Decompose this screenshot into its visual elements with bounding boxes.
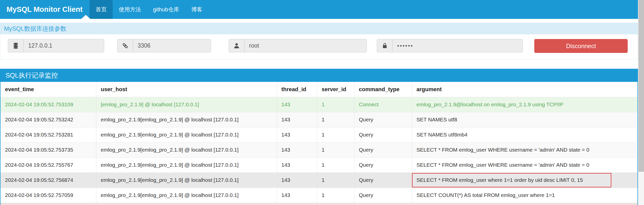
cell-server-id: 1: [317, 157, 354, 173]
connection-panel-title: MySQL数据库连接参数: [0, 23, 638, 34]
cell-event-time: 2024-02-04 19:05:52.755767: [1, 157, 96, 173]
thread-id-value: 143: [281, 132, 290, 138]
nav-item-usage[interactable]: 使用方法: [113, 0, 147, 19]
col-header-thread-id: thread_id: [277, 82, 317, 97]
argument-value: SELECT * FROM emlog_user WHERE username …: [417, 162, 589, 168]
lock-icon: [377, 39, 393, 52]
username-input[interactable]: [245, 39, 367, 52]
connection-panel: MySQL数据库连接参数: [0, 23, 638, 60]
command-type-value: Query: [359, 117, 373, 122]
disconnect-button[interactable]: Disconnect: [534, 39, 628, 53]
user-host-value: emlog_pro_2.1.9[emlog_pro_2.1.9] @ local…: [101, 177, 239, 183]
link-icon: [117, 39, 133, 52]
app-brand[interactable]: MySQL Monitor Client: [0, 0, 90, 19]
port-input-group: [117, 39, 211, 52]
cell-user-host: emlog_pro_2.1.9[emlog_pro_2.1.9] @ local…: [96, 127, 277, 142]
table-body: 2024-02-04 19:05:52.753109 [emlog_pro_2.…: [1, 97, 637, 205]
sql-log-table: event_time user_host thread_id server_id…: [1, 82, 637, 205]
cell-command-type: Query: [354, 127, 412, 142]
col-header-server-id: server_id: [317, 82, 354, 97]
cell-server-id: 1: [317, 112, 354, 127]
cell-argument: emlog_pro_2.1.9@localhost on emlog_pro_2…: [412, 97, 637, 112]
connection-panel-body: Disconnect: [0, 34, 638, 59]
cell-user-host: [96, 203, 277, 205]
cell-argument: SELECT * FROM emlog_user WHERE username …: [412, 142, 637, 157]
command-type-value: Query: [359, 147, 373, 153]
event-time-value: 2024-02-04 19:05:52.755767: [5, 162, 73, 168]
cell-thread-id: 143: [277, 188, 317, 203]
user-host-value: emlog_pro_2.1.9[emlog_pro_2.1.9] @ local…: [101, 162, 239, 168]
port-input[interactable]: [133, 39, 211, 52]
cell-thread-id: 143: [277, 142, 317, 157]
cell-event-time: 2024-02-04 19:05:52.753242: [1, 112, 96, 127]
table-row[interactable]: 2024-02-04 19:05:52.753281 emlog_pro_2.1…: [1, 127, 637, 142]
cell-event-time: 2024-02-04 19:05:52.757059: [1, 188, 96, 203]
table-row[interactable]: 2024-02-04 19:05:52.756874 emlog_pro_2.1…: [1, 173, 637, 188]
cell-command-type: [354, 203, 412, 205]
sql-panel-title: SQL执行记录监控: [1, 69, 637, 82]
host-input-group: [8, 39, 104, 52]
argument-value: SELECT * FROM emlog_user where 1=1 order…: [417, 177, 583, 183]
scrollbar-thumb[interactable]: [638, 0, 644, 172]
event-time-value: 2024-02-04 19:05:52.757059: [5, 192, 73, 198]
user-host-value: emlog_pro_2.1.9[emlog_pro_2.1.9] @ local…: [101, 192, 239, 198]
cell-user-host: emlog_pro_2.1.9[emlog_pro_2.1.9] @ local…: [96, 173, 277, 188]
col-header-command-type: command_type: [354, 82, 412, 97]
nav-item-home[interactable]: 首页: [90, 0, 113, 19]
user-host-value: [emlog_pro_2.1.9] @ localhost [127.0.0.1…: [101, 101, 199, 107]
command-type-value: Query: [359, 177, 373, 183]
cell-argument: SELECT COUNT(*) AS total FROM emlog_user…: [412, 188, 637, 203]
cell-user-host: [emlog_pro_2.1.9] @ localhost [127.0.0.1…: [96, 97, 277, 112]
cell-thread-id: [277, 203, 317, 205]
user-host-value: emlog_pro_2.1.9[emlog_pro_2.1.9] @ local…: [101, 132, 239, 138]
table-row[interactable]: [1, 203, 637, 205]
navbar: MySQL Monitor Client 首页 使用方法 github仓库 博客: [0, 0, 644, 19]
thread-id-value: 143: [281, 162, 290, 168]
user-host-value: emlog_pro_2.1.9[emlog_pro_2.1.9] @ local…: [101, 117, 239, 122]
table-row[interactable]: 2024-02-04 19:05:52.753242 emlog_pro_2.1…: [1, 112, 637, 127]
argument-value: SELECT * FROM emlog_user WHERE username …: [417, 147, 589, 153]
table-row[interactable]: 2024-02-04 19:05:52.753109 [emlog_pro_2.…: [1, 97, 637, 112]
cell-server-id: 1: [317, 97, 354, 112]
thread-id-value: 143: [281, 177, 290, 183]
cell-user-host: emlog_pro_2.1.9[emlog_pro_2.1.9] @ local…: [96, 188, 277, 203]
col-header-event-time: event_time: [1, 82, 96, 97]
event-time-value: 2024-02-04 19:05:52.753242: [5, 117, 73, 122]
cell-event-time: 2024-02-04 19:05:52.753109: [1, 97, 96, 112]
cell-user-host: emlog_pro_2.1.9[emlog_pro_2.1.9] @ local…: [96, 142, 277, 157]
password-input-group: [377, 39, 523, 52]
server-id-value: 1: [322, 162, 325, 168]
cell-command-type: Connect: [354, 97, 412, 112]
cell-thread-id: 143: [277, 112, 317, 127]
sql-monitor-panel: SQL执行记录监控 event_time user_host thread_id…: [0, 69, 638, 205]
col-header-argument: argument: [412, 82, 637, 97]
table-row[interactable]: 2024-02-04 19:05:52.755767 emlog_pro_2.1…: [1, 157, 637, 173]
host-input[interactable]: [24, 39, 104, 52]
server-id-value: 1: [322, 117, 325, 122]
page-scrollbar: [638, 0, 644, 205]
table-row[interactable]: 2024-02-04 19:05:52.757059 emlog_pro_2.1…: [1, 188, 637, 203]
database-icon: [8, 39, 24, 52]
server-id-value: 1: [322, 132, 325, 138]
cell-argument: SET NAMES utf8mb4: [412, 127, 637, 142]
nav-item-github[interactable]: github仓库: [147, 0, 185, 19]
event-time-value: 2024-02-04 19:05:52.753281: [5, 132, 73, 138]
nav-item-blog[interactable]: 博客: [185, 0, 208, 19]
cell-command-type: Query: [354, 188, 412, 203]
command-type-value: Query: [359, 162, 373, 168]
cell-server-id: 1: [317, 127, 354, 142]
thread-id-value: 143: [281, 101, 290, 107]
server-id-value: 1: [322, 147, 325, 153]
argument-value: SET NAMES utf8: [417, 117, 457, 122]
cell-thread-id: 143: [277, 97, 317, 112]
server-id-value: 1: [322, 192, 325, 198]
argument-value: SELECT COUNT(*) AS total FROM emlog_user…: [417, 192, 555, 198]
table-header-row: event_time user_host thread_id server_id…: [1, 82, 637, 97]
command-type-value: Connect: [359, 101, 379, 107]
cell-command-type: Query: [354, 142, 412, 157]
cell-event-time: 2024-02-04 19:05:52.753735: [1, 142, 96, 157]
cell-command-type: Query: [354, 173, 412, 188]
cell-command-type: Query: [354, 112, 412, 127]
password-input[interactable]: [393, 39, 522, 52]
table-row[interactable]: 2024-02-04 19:05:52.753735 emlog_pro_2.1…: [1, 142, 637, 157]
